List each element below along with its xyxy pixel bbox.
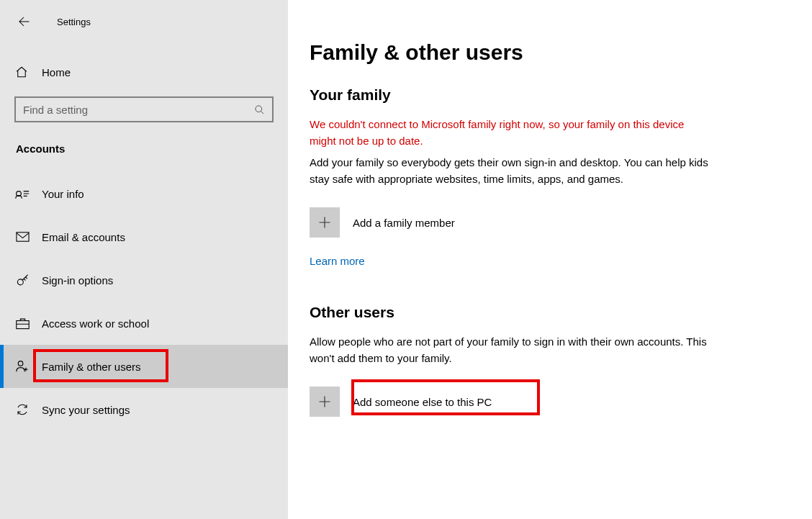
add-family-member-button[interactable]: Add a family member [310, 207, 740, 238]
sidebar-item-label: Sign-in options [42, 274, 113, 286]
sidebar-item-label: Email & accounts [42, 231, 125, 243]
sidebar-item-label: Sync your settings [42, 404, 130, 416]
learn-more-link[interactable]: Learn more [310, 255, 365, 267]
svg-rect-2 [16, 233, 28, 241]
plus-box [310, 207, 340, 238]
sidebar-item-family-other-users[interactable]: Family & other users [0, 345, 288, 388]
sidebar-item-signin-options[interactable]: Sign-in options [0, 258, 288, 302]
main-content: Family & other users Your family We coul… [288, 0, 812, 519]
user-card-icon [14, 188, 30, 199]
back-button[interactable] [16, 14, 32, 30]
home-icon [14, 66, 29, 78]
svg-point-5 [18, 361, 23, 366]
add-other-label: Add someone else to this PC [353, 396, 492, 408]
sidebar-section-header: Accounts [16, 143, 288, 155]
sidebar-item-email-accounts[interactable]: Email & accounts [0, 215, 288, 258]
svg-rect-4 [16, 320, 28, 328]
svg-point-0 [255, 105, 261, 112]
plus-icon [317, 215, 332, 230]
sidebar: Settings Home Accounts Your info Email & [0, 0, 288, 519]
other-users-description: Allow people who are not part of your fa… [310, 334, 713, 366]
plus-box [310, 387, 340, 417]
sidebar-item-access-work-school[interactable]: Access work or school [0, 302, 288, 345]
nav-home-label: Home [42, 66, 71, 78]
key-icon [14, 274, 30, 287]
plus-icon [317, 394, 332, 409]
add-other-user-button[interactable]: Add someone else to this PC [310, 387, 740, 417]
sidebar-item-sync-settings[interactable]: Sync your settings [0, 388, 288, 431]
nav-list: Your info Email & accounts Sign-in optio… [0, 172, 288, 431]
search-icon [253, 104, 265, 115]
family-error-text: We couldn't connect to Microsoft family … [310, 117, 713, 149]
search-input[interactable] [23, 104, 253, 116]
other-users-section: Other users Allow people who are not par… [310, 304, 740, 417]
search-container [14, 96, 274, 122]
briefcase-icon [14, 317, 30, 330]
family-description: Add your family so everybody gets their … [310, 155, 713, 187]
sidebar-item-label: Access work or school [42, 317, 149, 330]
arrow-left-icon [17, 15, 30, 28]
sync-icon [14, 403, 30, 416]
search-box[interactable] [14, 96, 274, 122]
page-title: Family & other users [310, 40, 740, 65]
sidebar-item-label: Family & other users [42, 361, 141, 373]
other-users-heading: Other users [310, 304, 740, 321]
sidebar-item-label: Your info [42, 188, 84, 200]
topbar: Settings [0, 7, 288, 36]
add-family-label: Add a family member [353, 217, 455, 229]
user-plus-icon [14, 360, 30, 373]
family-section-heading: Your family [310, 86, 740, 104]
window-title: Settings [57, 17, 91, 27]
sidebar-item-your-info[interactable]: Your info [0, 172, 288, 215]
nav-home[interactable]: Home [0, 56, 288, 88]
mail-icon [14, 232, 30, 242]
